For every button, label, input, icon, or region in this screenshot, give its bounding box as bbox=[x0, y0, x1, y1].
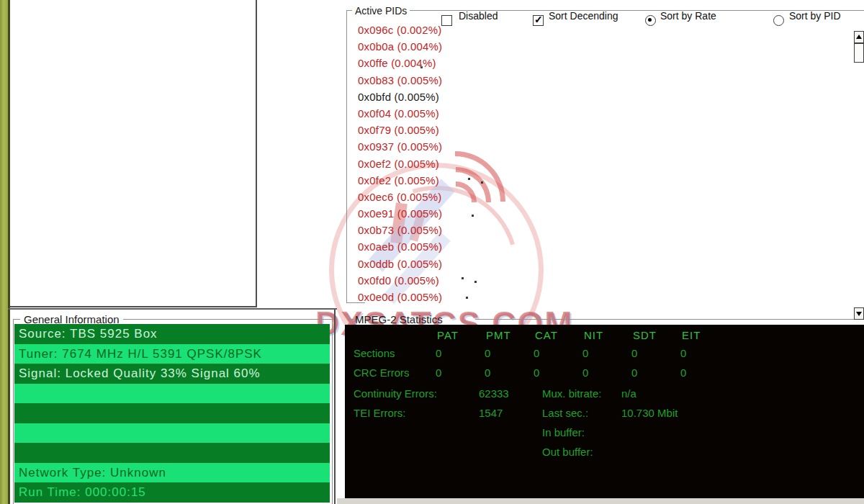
mpeg-cell-value: 0 bbox=[436, 347, 485, 359]
mpeg-row-label: Sections bbox=[354, 347, 436, 359]
mpeg-stat-line: In buffer: bbox=[354, 426, 621, 438]
scroll-up-arrow-icon[interactable] bbox=[854, 31, 864, 43]
general-info-row bbox=[14, 384, 330, 404]
mpeg-stat-line: Out buffer: bbox=[354, 446, 621, 458]
mpeg-cell-value: 0 bbox=[485, 366, 534, 379]
general-info-row: Tuner: 7674 MHz H/L 5391 QPSK/8PSK bbox=[14, 344, 330, 364]
mpeg-stat-value: 10.730 Mbit bbox=[621, 407, 678, 419]
pid-list-item[interactable]: 0x0fe2 (0.005%) bbox=[358, 172, 538, 189]
general-info-row bbox=[14, 403, 330, 423]
pid-list-item[interactable]: 0x0937 (0.005%) bbox=[358, 138, 538, 155]
mpeg-stat-label: Last sec.: bbox=[542, 407, 621, 419]
mpeg-column-header: EIT bbox=[682, 329, 731, 341]
sort-by-pid-label[interactable]: Sort by PID bbox=[789, 10, 841, 22]
mpeg-cell-value: 0 bbox=[436, 366, 485, 379]
mpeg-cell-value: 0 bbox=[485, 347, 534, 359]
mpeg-stat-label: Mux. bitrate: bbox=[542, 387, 621, 400]
mpeg-column-header: PMT bbox=[486, 329, 535, 341]
sort-descending-label[interactable]: Sort Decending bbox=[549, 10, 618, 22]
mpeg-stat-line: Continuity Errors:62333Mux. bitrate:n/a bbox=[354, 387, 636, 400]
pid-list-item[interactable]: 0x0ec6 (0.005%) bbox=[358, 189, 538, 205]
window-edge-strip bbox=[0, 0, 8, 504]
mpeg-stat-value: 62333 bbox=[479, 387, 542, 400]
sort-descending-checkbox[interactable] bbox=[533, 15, 544, 26]
mpeg-statistics-title: MPEG-2 Statistics bbox=[355, 313, 443, 325]
pid-list-item[interactable]: 0x0bfd (0.005%) bbox=[358, 89, 538, 105]
mpeg-stat-value: 1547 bbox=[479, 407, 542, 419]
mpeg-cell-value: 0 bbox=[582, 366, 631, 379]
mpeg-cell-value: 0 bbox=[534, 347, 582, 359]
empty-display-panel bbox=[10, 0, 257, 307]
mpeg-column-headers: PATPMTCATNITSDTEIT bbox=[345, 329, 731, 342]
general-info-row bbox=[14, 443, 330, 463]
mpeg-column-header: PAT bbox=[437, 329, 486, 341]
pid-list-item[interactable]: 0x0f79 (0.005%) bbox=[358, 122, 538, 138]
active-pids-groupbox-border bbox=[346, 10, 347, 303]
mpeg-cell-value: 0 bbox=[680, 347, 729, 359]
pid-list-item[interactable]: 0x0fd0 (0.005%) bbox=[358, 272, 538, 289]
mpeg-stat-label: TEI Errors: bbox=[354, 407, 479, 419]
sort-by-pid-radio[interactable] bbox=[773, 15, 784, 26]
mpeg-stat-label: Continuity Errors: bbox=[354, 387, 479, 400]
mpeg-section-row: Sections000000 bbox=[354, 347, 729, 359]
mpeg-cell-value: 0 bbox=[631, 366, 680, 379]
mpeg-stat-label: In buffer: bbox=[542, 426, 621, 438]
mpeg-cell-value: 0 bbox=[582, 347, 631, 359]
pid-list-item[interactable]: 0x0b83 (0.005%) bbox=[358, 72, 538, 89]
mpeg-row-label: CRC Errors bbox=[354, 366, 436, 379]
general-info-row: Run Time: 000:00:15 bbox=[14, 482, 330, 503]
mpeg-section-row: CRC Errors000000 bbox=[354, 366, 729, 379]
disabled-checkbox[interactable] bbox=[441, 15, 452, 26]
mpeg-column-header: SDT bbox=[633, 329, 682, 341]
scroll-down-arrow-icon[interactable] bbox=[854, 307, 864, 320]
panel-bottom-strip bbox=[337, 498, 864, 504]
pid-list: 0x096c (0.002%)0x0b0a (0.004%)0x0ffe (0.… bbox=[358, 22, 538, 305]
disabled-label[interactable]: Disabled bbox=[459, 10, 498, 22]
general-info-row: Network Type: Unknown bbox=[14, 463, 330, 483]
ts-analyzer-window: DXSATCS.COM Active PIDs Disabled Sort De… bbox=[0, 0, 864, 504]
general-info-table: Source: TBS 5925 BoxTuner: 7674 MHz H/L … bbox=[14, 324, 330, 503]
pid-list-scrollbar[interactable] bbox=[854, 31, 864, 320]
pid-list-item[interactable]: 0x0ef2 (0.005%) bbox=[358, 156, 538, 172]
screen-artifacts bbox=[0, 0, 2, 2]
pid-list-item[interactable]: 0x0e91 (0.005%) bbox=[358, 205, 538, 222]
mpeg-column-header: CAT bbox=[535, 329, 584, 341]
pid-list-item[interactable]: 0x0e0d (0.005%) bbox=[358, 289, 538, 305]
general-info-row: Source: TBS 5925 Box bbox=[14, 324, 330, 344]
pid-list-item[interactable]: 0x0aeb (0.005%) bbox=[358, 238, 538, 255]
mpeg-groupbox-border bbox=[347, 319, 354, 320]
general-info-row: Signal: Locked Quality 33% Signal 60% bbox=[14, 364, 330, 384]
mpeg-groupbox-border bbox=[475, 319, 864, 320]
sort-by-rate-label[interactable]: Sort by Rate bbox=[660, 10, 716, 22]
mpeg-stat-value: n/a bbox=[621, 387, 636, 400]
mpeg-cell-value: 0 bbox=[534, 366, 582, 379]
pid-list-item[interactable]: 0x0ddb (0.005%) bbox=[358, 256, 538, 272]
sort-by-rate-radio[interactable] bbox=[645, 15, 656, 26]
pid-list-item[interactable]: 0x0ffe (0.004%) bbox=[358, 55, 538, 71]
pid-list-item[interactable]: 0x0f04 (0.005%) bbox=[358, 105, 538, 122]
active-pids-title: Active PIDs bbox=[352, 5, 410, 17]
pid-list-item[interactable]: 0x0b73 (0.005%) bbox=[358, 222, 538, 238]
mpeg-stat-label: Out buffer: bbox=[542, 446, 621, 458]
mpeg-cell-value: 0 bbox=[680, 366, 729, 379]
scrollbar-thumb[interactable] bbox=[854, 43, 864, 63]
mpeg-statistics-panel: PATPMTCATNITSDTEIT Sections000000CRC Err… bbox=[345, 325, 864, 498]
general-info-row bbox=[14, 423, 330, 444]
mpeg-cell-value: 0 bbox=[631, 347, 680, 359]
pid-list-item[interactable]: 0x0b0a (0.004%) bbox=[358, 38, 538, 55]
mpeg-column-header: NIT bbox=[584, 329, 633, 341]
mpeg-stat-line: TEI Errors:1547Last sec.:10.730 Mbit bbox=[354, 407, 678, 419]
